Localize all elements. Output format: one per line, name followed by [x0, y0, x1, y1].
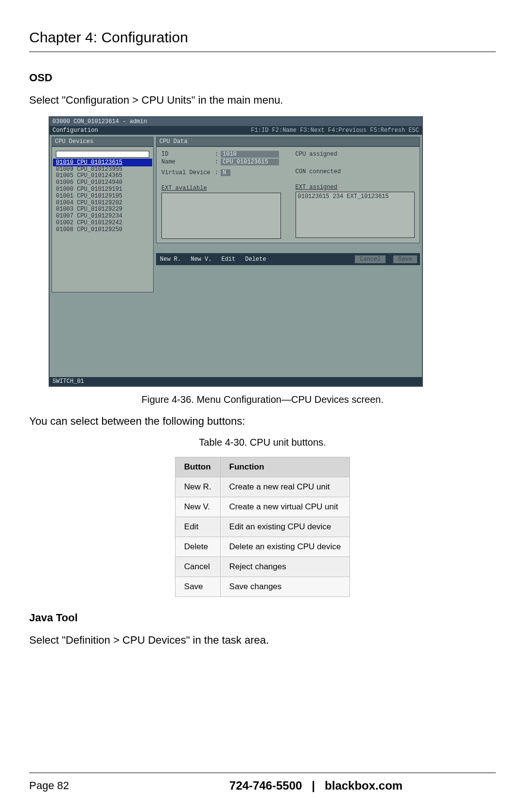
osd-status-bar: SWITCH_01	[50, 377, 422, 386]
vdev-label: Virtual Device	[161, 169, 215, 176]
new-r-button[interactable]: New R.	[159, 255, 182, 263]
table-row: SaveSave changes	[175, 577, 350, 597]
ext-assigned-label: EXT assigned	[296, 184, 415, 191]
list-item[interactable]: 01005 CPU_010124365	[53, 173, 152, 180]
vdev-value[interactable]: N	[221, 169, 230, 176]
java-tool-intro: Select "Definition > CPU Devices" in the…	[29, 633, 496, 648]
list-item-selected[interactable]: 01010 CPU_010123615	[53, 159, 152, 166]
cpu-data-area: ID : 1010 Name : CPU_010123615	[156, 146, 420, 243]
osd-topbar-right: F1:ID F2:Name F3:Next F4:Previous F5:Ref…	[251, 127, 419, 134]
osd-button-row: New R. New V. Edit Delete Cancel Save	[156, 253, 420, 265]
osd-section-title: OSD	[29, 72, 496, 84]
list-item[interactable]: 01004 CPU_010129202	[53, 200, 152, 207]
footer-contact: 724-746-5500 | blackbox.com	[136, 779, 496, 793]
th-button: Button	[175, 457, 220, 477]
list-item[interactable]: 01001 CPU_010129195	[53, 193, 152, 200]
th-function: Function	[220, 457, 350, 477]
list-item[interactable]: 01007 CPU_010129234	[53, 213, 152, 220]
osd-intro: Select "Configuration > CPU Units" in th…	[29, 93, 496, 108]
ext-available-box[interactable]	[161, 193, 281, 239]
table-row: EditEdit an existing CPU device	[175, 517, 350, 537]
delete-button[interactable]: Delete	[244, 255, 267, 263]
page-footer: Page 82 724-746-5500 | blackbox.com	[29, 773, 496, 793]
java-tool-section-title: Java Tool	[29, 612, 496, 624]
list-search-input[interactable]	[56, 151, 149, 158]
list-item[interactable]: 01003 CPU_010129229	[53, 206, 152, 213]
page-number: Page 82	[29, 779, 136, 792]
ext-assigned-value: 010123615 234 EXT_10123615	[298, 193, 389, 200]
cancel-button[interactable]: Cancel	[355, 255, 385, 263]
save-button[interactable]: Save	[393, 255, 417, 263]
figure-caption: Figure 4-36. Menu Configuration—CPU Devi…	[29, 394, 496, 405]
list-item[interactable]: 01009 CPU_010123955	[53, 166, 152, 173]
ext-assigned-box[interactable]: 010123615 234 EXT_10123615	[296, 192, 415, 238]
cpu-data-panel-title: CPU Data	[156, 137, 420, 146]
chapter-title: Chapter 4: Configuration	[29, 29, 496, 52]
table-row: DeleteDelete an existing CPU device	[175, 537, 350, 557]
osd-titlebar: 03000 CON_010123614 - admin	[50, 117, 422, 126]
osd-topbar: Configuration F1:ID F2:Name F3:Next F4:P…	[50, 126, 422, 135]
list-item[interactable]: 01002 CPU_010129242	[53, 220, 152, 227]
list-item[interactable]: 01000 CPU_010129191	[53, 186, 152, 193]
table-caption: Table 4-30. CPU unit buttons.	[29, 437, 496, 448]
new-v-button[interactable]: New V.	[190, 255, 212, 263]
osd-figure: 03000 CON_010123614 - admin Configuratio…	[49, 116, 496, 387]
osd-screen: 03000 CON_010123614 - admin Configuratio…	[49, 116, 423, 387]
id-label: ID	[161, 151, 215, 158]
table-row: CancelReject changes	[175, 557, 350, 577]
osd-topbar-left: Configuration	[52, 127, 98, 134]
table-row: New R.Create a new real CPU unit	[175, 477, 350, 497]
ext-available-label: EXT available	[161, 185, 281, 192]
name-label: Name	[161, 159, 215, 165]
name-value[interactable]: CPU_010123615	[221, 159, 279, 165]
cpu-unit-buttons-table: Button Function New R.Create a new real …	[175, 457, 350, 597]
edit-button[interactable]: Edit	[220, 255, 236, 263]
table-row: New V.Create a new virtual CPU unit	[175, 497, 350, 517]
id-value[interactable]: 1010	[221, 151, 279, 158]
osd-empty-area	[50, 294, 422, 377]
cpu-assigned-label: CPU assigned	[296, 151, 415, 158]
between-text: You can select between the following but…	[29, 414, 496, 429]
cpu-devices-panel-title: CPU Devices	[52, 137, 154, 146]
con-connected-label: CON connected	[296, 168, 415, 175]
cpu-devices-list[interactable]: 01010 CPU_010123615 01009 CPU_010123955 …	[52, 146, 154, 292]
list-item[interactable]: 01008 CPU_010129250	[53, 227, 152, 234]
list-item[interactable]: 01006 CPU_010124940	[53, 180, 152, 186]
